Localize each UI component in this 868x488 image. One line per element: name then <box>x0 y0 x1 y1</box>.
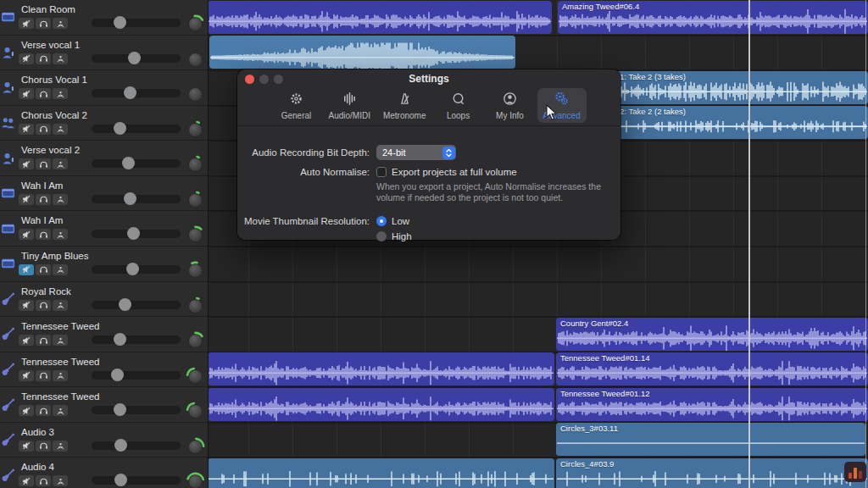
audio-region[interactable]: 1: Take 2 (3 takes) <box>615 71 868 104</box>
monitor-button[interactable] <box>53 158 68 169</box>
monitor-button[interactable] <box>53 194 68 205</box>
solo-button[interactable] <box>36 405 51 416</box>
pan-knob[interactable] <box>186 155 205 175</box>
tab-metronome[interactable]: Metronome <box>378 88 431 123</box>
solo-button[interactable] <box>36 370 51 381</box>
audio-region[interactable] <box>209 36 515 69</box>
audio-region[interactable]: Tennessee Tweed#01.14 <box>556 352 868 385</box>
pan-knob[interactable] <box>186 367 205 386</box>
volume-slider-thumb[interactable] <box>127 227 140 240</box>
solo-button[interactable] <box>36 124 51 135</box>
monitor-button[interactable] <box>53 53 68 64</box>
mute-button[interactable] <box>19 335 34 346</box>
mute-button[interactable] <box>19 124 34 135</box>
mute-button[interactable] <box>19 194 34 205</box>
volume-slider-thumb[interactable] <box>122 157 135 169</box>
audio-region[interactable]: Circles_3#03.11 <box>556 423 865 456</box>
pan-knob[interactable] <box>186 14 205 34</box>
solo-button[interactable] <box>36 264 51 275</box>
track-header[interactable]: Tennessee Tweed <box>0 317 208 352</box>
bit-depth-select[interactable]: 24-bit <box>376 145 456 160</box>
volume-slider-thumb[interactable] <box>114 333 126 346</box>
solo-button[interactable] <box>36 229 51 240</box>
monitor-button[interactable] <box>53 405 68 416</box>
mute-button[interactable] <box>19 300 34 311</box>
radio-low[interactable] <box>376 216 387 226</box>
pan-knob[interactable] <box>186 297 205 316</box>
audio-region[interactable] <box>209 352 554 385</box>
track-header[interactable]: Tennessee Tweed <box>0 387 208 423</box>
mute-button[interactable] <box>19 441 34 452</box>
track-header[interactable]: Wah I Am <box>0 211 208 247</box>
pan-knob[interactable] <box>186 225 205 245</box>
audio-region[interactable]: Circles_4#03.9 <box>556 458 868 488</box>
pan-knob[interactable] <box>186 261 205 280</box>
mute-button[interactable] <box>19 53 34 64</box>
monitor-button[interactable] <box>53 335 68 346</box>
volume-slider[interactable] <box>92 125 181 133</box>
monitor-button[interactable] <box>53 229 68 240</box>
solo-button[interactable] <box>36 53 51 64</box>
monitor-button[interactable] <box>53 18 68 29</box>
monitor-button[interactable] <box>53 370 68 381</box>
close-button[interactable] <box>245 75 254 84</box>
mute-button[interactable] <box>19 475 34 486</box>
volume-slider[interactable] <box>92 301 181 309</box>
track-header[interactable]: Tennessee Tweed <box>0 352 208 388</box>
solo-button[interactable] <box>36 18 51 29</box>
track-header[interactable]: Verse vocal 1 <box>0 36 208 71</box>
volume-slider[interactable] <box>92 441 181 450</box>
track-header[interactable]: Chorus Vocal 1 <box>0 70 208 106</box>
volume-slider[interactable] <box>92 54 181 63</box>
volume-slider-thumb[interactable] <box>114 403 126 416</box>
volume-slider[interactable] <box>92 336 181 344</box>
volume-slider[interactable] <box>92 406 181 414</box>
volume-slider-thumb[interactable] <box>124 192 136 205</box>
dialog-titlebar[interactable]: Settings <box>237 69 620 85</box>
monitor-button[interactable] <box>53 124 68 135</box>
playhead[interactable] <box>748 0 750 488</box>
audio-region[interactable] <box>209 458 554 488</box>
mute-button[interactable] <box>19 264 34 275</box>
track-header[interactable]: Audio 3 <box>0 423 208 458</box>
track-header[interactable]: Verse vocal 2 <box>0 141 208 176</box>
tab-loops[interactable]: Loops <box>434 88 483 123</box>
audio-region[interactable] <box>209 388 554 421</box>
volume-slider[interactable] <box>92 476 181 485</box>
mute-button[interactable] <box>19 158 34 169</box>
audio-region[interactable]: 2: Take 2 (2 takes) <box>615 106 868 139</box>
solo-button[interactable] <box>36 300 51 311</box>
mute-button[interactable] <box>19 88 34 99</box>
volume-slider-thumb[interactable] <box>111 369 124 381</box>
pan-knob[interactable] <box>186 437 205 457</box>
monitor-button[interactable] <box>53 441 68 452</box>
volume-slider-thumb[interactable] <box>124 86 136 99</box>
radio-high[interactable] <box>376 231 387 241</box>
volume-slider[interactable] <box>92 195 181 203</box>
pan-knob[interactable] <box>186 85 205 104</box>
tab-advanced[interactable]: Advanced <box>537 88 587 123</box>
pan-knob[interactable] <box>186 191 205 210</box>
monitor-button[interactable] <box>53 88 68 99</box>
volume-slider-thumb[interactable] <box>114 122 126 135</box>
volume-slider[interactable] <box>92 265 181 274</box>
monitor-button[interactable] <box>53 475 68 486</box>
audio-region[interactable]: Country Gent#02.4 <box>556 318 868 351</box>
volume-slider-thumb[interactable] <box>114 474 127 486</box>
volume-slider-thumb[interactable] <box>128 52 141 64</box>
track-header[interactable]: Wah I Am <box>0 176 208 212</box>
audio-region[interactable]: Amazing Tweed#06.4 <box>558 1 868 34</box>
track-header[interactable]: Audio 4 <box>0 458 208 488</box>
pan-knob[interactable] <box>186 120 205 140</box>
tab-audio-midi[interactable]: Audio/MIDI <box>323 88 375 123</box>
volume-slider-thumb[interactable] <box>114 16 126 29</box>
tab-general[interactable]: General <box>271 88 320 123</box>
mute-button[interactable] <box>19 229 34 240</box>
solo-button[interactable] <box>36 441 51 452</box>
volume-slider[interactable] <box>92 89 181 97</box>
monitor-button[interactable] <box>53 264 68 275</box>
volume-slider[interactable] <box>92 159 181 168</box>
audio-region[interactable] <box>209 1 552 34</box>
volume-slider-thumb[interactable] <box>126 263 139 275</box>
track-header[interactable]: Clean Room <box>0 0 208 36</box>
